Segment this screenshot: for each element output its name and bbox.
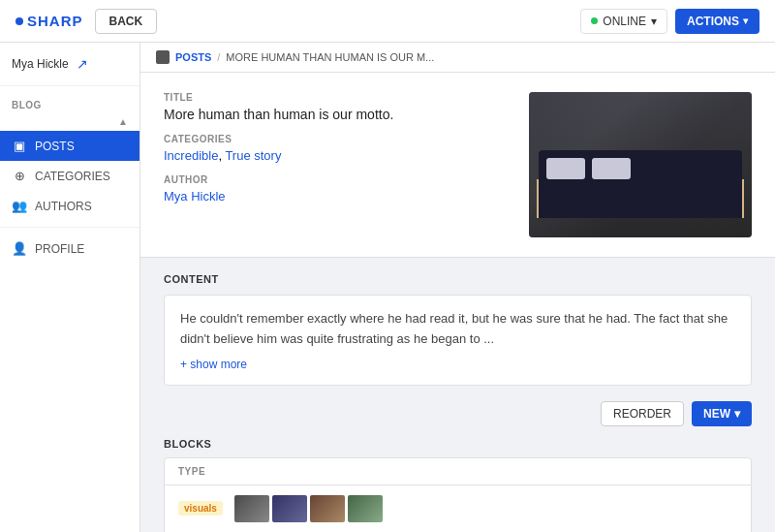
sidebar-authors-label: AUTHORS bbox=[35, 200, 92, 213]
category-truestory[interactable]: True story bbox=[225, 148, 281, 163]
bed-shape bbox=[539, 150, 742, 218]
actions-label: ACTIONS bbox=[687, 15, 739, 28]
new-block-label: NEW bbox=[703, 407, 730, 421]
blocks-section: REORDER NEW ▾ BLOCKS TYPE visuals bbox=[140, 401, 775, 532]
online-status: ONLINE ▾ bbox=[580, 9, 667, 34]
online-chevron: ▾ bbox=[651, 15, 657, 28]
sidebar: Mya Hickle ↗ BLOG ▲ ▣ POSTS ⊕ CATEGORIES… bbox=[0, 43, 140, 532]
tag-visuals: visuals bbox=[178, 501, 223, 516]
thumb-4 bbox=[348, 495, 383, 522]
thumb-2 bbox=[272, 495, 307, 522]
sidebar-blog-toggle[interactable]: ▲ bbox=[118, 116, 128, 127]
sidebar-categories-label: CATEGORIES bbox=[35, 170, 110, 183]
blocks-toolbar: REORDER NEW ▾ bbox=[164, 401, 752, 426]
content-section: CONTENT He couldn't remember exactly whe… bbox=[140, 258, 775, 401]
post-thumbnail bbox=[529, 92, 752, 237]
post-categories: Incredible, True story bbox=[164, 148, 510, 163]
body-area: Mya Hickle ↗ BLOG ▲ ▣ POSTS ⊕ CATEGORIES… bbox=[0, 43, 775, 532]
reorder-button[interactable]: REORDER bbox=[601, 401, 684, 426]
sidebar-user: Mya Hickle ↗ bbox=[0, 43, 140, 86]
posts-icon: ▣ bbox=[12, 139, 27, 153]
pillow-left bbox=[546, 158, 585, 179]
pillow-right bbox=[592, 158, 631, 179]
post-detail-panel: TITLE More human than human is our motto… bbox=[140, 73, 775, 258]
nav-left: SHARP BACK bbox=[16, 9, 157, 34]
breadcrumb-current-page: MORE HUMAN THAN HUMAN IS OUR M... bbox=[226, 51, 434, 63]
post-title: More human than human is our motto. bbox=[164, 107, 510, 122]
online-label: ONLINE bbox=[603, 15, 646, 28]
profile-icon: 👤 bbox=[12, 241, 27, 256]
sidebar-posts-label: POSTS bbox=[35, 140, 75, 153]
breadcrumb-posts-icon bbox=[156, 50, 170, 64]
sidebar-item-authors[interactable]: 👥 AUTHORS bbox=[0, 191, 140, 221]
back-button[interactable]: BACK bbox=[95, 9, 158, 34]
thumb-3 bbox=[310, 495, 345, 522]
app-logo: SHARP bbox=[16, 13, 83, 29]
show-more-link[interactable]: + show more bbox=[180, 358, 247, 371]
logo-dot bbox=[16, 17, 23, 25]
categories-icon: ⊕ bbox=[12, 169, 27, 183]
post-author[interactable]: Mya Hickle bbox=[164, 189, 226, 203]
main-content: POSTS / MORE HUMAN THAN HUMAN IS OUR M..… bbox=[140, 43, 775, 532]
nav-right: ONLINE ▾ ACTIONS ▾ bbox=[580, 9, 760, 34]
sidebar-logout-icon[interactable]: ↗ bbox=[77, 56, 88, 72]
top-navigation: SHARP BACK ONLINE ▾ ACTIONS ▾ bbox=[0, 0, 775, 43]
sidebar-item-categories[interactable]: ⊕ CATEGORIES bbox=[0, 161, 140, 191]
thumb-1 bbox=[234, 495, 269, 522]
content-box: He couldn't remember exactly where he ha… bbox=[164, 295, 752, 386]
actions-button[interactable]: ACTIONS ▾ bbox=[675, 9, 760, 34]
title-label: TITLE bbox=[164, 92, 510, 103]
sidebar-item-profile[interactable]: 👤 PROFILE bbox=[0, 234, 140, 264]
sidebar-divider bbox=[0, 227, 140, 228]
new-block-chevron-icon: ▾ bbox=[734, 407, 740, 421]
breadcrumb-posts-link[interactable]: POSTS bbox=[175, 51, 211, 63]
post-info: TITLE More human than human is our motto… bbox=[164, 92, 510, 237]
logo-text: SHARP bbox=[27, 13, 83, 29]
breadcrumb-separator: / bbox=[217, 51, 220, 63]
table-header-type: TYPE bbox=[165, 458, 751, 485]
sidebar-username: Mya Hickle bbox=[12, 57, 69, 71]
author-label: AUTHOR bbox=[164, 174, 510, 185]
online-dot bbox=[591, 17, 598, 24]
content-section-label: CONTENT bbox=[164, 273, 752, 285]
new-block-button[interactable]: NEW ▾ bbox=[692, 401, 752, 426]
blocks-section-label: BLOCKS bbox=[164, 438, 752, 450]
authors-icon: 👥 bbox=[12, 199, 27, 213]
breadcrumb: POSTS / MORE HUMAN THAN HUMAN IS OUR M..… bbox=[140, 43, 775, 73]
category-incredible[interactable]: Incredible bbox=[164, 148, 218, 163]
sidebar-profile-label: PROFILE bbox=[35, 242, 84, 256]
table-row: visuals bbox=[165, 485, 751, 532]
content-text: He couldn't remember exactly where he ha… bbox=[180, 309, 735, 350]
actions-chevron-icon: ▾ bbox=[743, 16, 748, 26]
sidebar-blog-section: BLOG bbox=[0, 86, 140, 116]
blocks-table: TYPE visuals text Ab ut repellat quia la… bbox=[164, 457, 752, 532]
categories-label: CATEGORIES bbox=[164, 134, 510, 144]
image-thumbs bbox=[234, 495, 383, 522]
sidebar-blog-label: BLOG bbox=[12, 100, 42, 110]
sidebar-item-posts[interactable]: ▣ POSTS bbox=[0, 131, 140, 161]
